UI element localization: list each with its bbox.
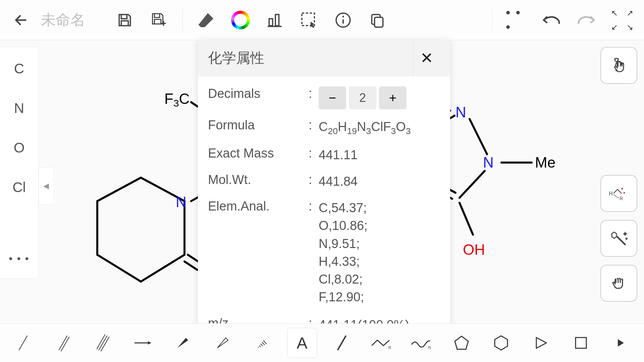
svg-text:✦: ✦ <box>624 236 629 242</box>
select-icon[interactable] <box>298 9 320 31</box>
info-icon[interactable] <box>332 9 354 31</box>
svg-marker-38 <box>217 338 228 348</box>
save-icon[interactable] <box>114 9 136 31</box>
svg-line-42 <box>262 342 265 345</box>
more-icon[interactable]: • • • <box>506 9 527 31</box>
decimals-decrease[interactable]: − <box>319 86 346 109</box>
svg-line-16 <box>470 119 487 154</box>
undo-icon[interactable] <box>541 9 562 31</box>
svg-marker-37 <box>177 338 188 348</box>
svg-point-28 <box>623 192 625 193</box>
arrow-tool[interactable] <box>128 328 158 358</box>
wedge-hollow-tool[interactable] <box>207 328 237 358</box>
svg-rect-8 <box>375 17 383 27</box>
copy-icon[interactable] <box>367 9 388 31</box>
svg-rect-49 <box>576 338 586 348</box>
bottom-toolbar: A n n <box>0 323 644 362</box>
eraser-icon[interactable] <box>196 9 217 31</box>
svg-point-5 <box>342 16 344 17</box>
redo-icon[interactable] <box>576 9 597 31</box>
wedge-solid-tool[interactable] <box>167 328 198 358</box>
color-picker-icon[interactable] <box>230 9 251 31</box>
exactmass-value: 441.11 <box>319 146 358 164</box>
formula-label: Formula <box>208 118 309 137</box>
svg-line-13 <box>184 261 197 270</box>
group-oh: OH <box>463 241 485 258</box>
properties-icon[interactable] <box>264 9 285 31</box>
svg-marker-31 <box>612 232 616 238</box>
toolbar-separator <box>492 8 492 32</box>
molwt-value: 441.84 <box>319 173 358 190</box>
svg-text:n: n <box>388 345 391 350</box>
element-cl[interactable]: Cl <box>12 179 26 195</box>
atom-n3: N <box>483 154 494 171</box>
gesture-tool[interactable] <box>600 47 637 84</box>
decimals-value: 2 <box>349 86 376 109</box>
panel-title: 化学属性 <box>208 49 264 67</box>
svg-line-25 <box>613 189 618 193</box>
svg-rect-1 <box>275 14 279 25</box>
close-icon[interactable]: ✕ <box>413 40 440 76</box>
element-sidebar: C N O Cl • • • <box>0 47 39 279</box>
svg-marker-50 <box>618 339 624 347</box>
bond-thick-tool[interactable] <box>327 328 357 358</box>
fullscreen-icon[interactable]: ↖↗↙↘ <box>610 8 634 32</box>
pan-tool[interactable] <box>600 265 637 302</box>
svg-text:H: H <box>609 191 613 196</box>
svg-marker-10 <box>97 178 184 282</box>
element-more[interactable]: • • • <box>9 252 29 265</box>
atom-n1: N <box>176 194 186 210</box>
pentagon-tool[interactable] <box>446 328 477 358</box>
element-n[interactable]: N <box>14 100 24 116</box>
svg-line-40 <box>259 346 261 347</box>
svg-line-21 <box>460 203 473 235</box>
bond-single-tool[interactable] <box>8 328 38 358</box>
svg-point-23 <box>615 58 618 61</box>
top-toolbar: 未命名 • • • ↖↗↙↘ <box>0 0 644 40</box>
svg-marker-47 <box>495 336 507 350</box>
svg-marker-46 <box>455 336 468 349</box>
decimals-increase[interactable]: + <box>379 86 407 109</box>
decimals-stepper: − 2 + <box>319 86 407 109</box>
fragment-f3c: F3C <box>164 90 190 109</box>
square-tool[interactable] <box>566 328 596 358</box>
toolbar-separator <box>182 8 183 32</box>
exactmass-label: Exact Mass <box>208 146 309 164</box>
element-o[interactable]: O <box>14 140 25 156</box>
svg-rect-0 <box>269 18 272 25</box>
hexagon-tool[interactable] <box>486 328 516 358</box>
bond-double-tool[interactable] <box>48 328 78 358</box>
svg-line-41 <box>261 344 263 346</box>
scroll-right-icon[interactable] <box>606 328 636 358</box>
elemanal-value: C,54.37;O,10.86;N,9.51;H,4.33;Cl,8.02;F,… <box>319 199 368 306</box>
bond-triple-tool[interactable] <box>88 328 118 358</box>
svg-text:n: n <box>428 345 431 350</box>
chain-wavy-tool[interactable]: n <box>407 328 437 358</box>
element-c[interactable]: C <box>14 61 24 77</box>
svg-line-29 <box>613 195 619 198</box>
sidebar-collapse[interactable]: ◀ <box>39 168 54 204</box>
svg-line-43 <box>263 341 267 344</box>
svg-line-26 <box>618 189 622 193</box>
group-me: Me <box>535 154 555 171</box>
svg-marker-48 <box>536 338 546 348</box>
atom-n2: N <box>455 104 466 120</box>
svg-text:R: R <box>620 196 623 201</box>
reaction-template-tool[interactable]: HR <box>600 175 637 212</box>
play-tool[interactable] <box>526 328 556 358</box>
chain-tool[interactable]: n <box>367 328 397 358</box>
magic-tool[interactable]: ✦✦ <box>600 220 637 257</box>
back-icon[interactable] <box>10 9 32 31</box>
save-as-icon[interactable] <box>148 9 170 31</box>
text-tool[interactable]: A <box>287 328 317 358</box>
molwt-label: Mol.Wt. <box>208 173 309 190</box>
decimals-label: Decimals <box>208 86 309 109</box>
svg-point-27 <box>621 188 623 189</box>
elemanal-label: Elem.Anal. <box>208 199 309 306</box>
formula-value: C20H19N3ClF3O3 <box>319 118 411 137</box>
document-title[interactable]: 未命名 <box>41 10 101 30</box>
properties-panel: 化学属性 ✕ Decimals : − 2 + Formula : C20H19… <box>198 40 450 328</box>
wedge-hash-tool[interactable] <box>247 328 277 358</box>
svg-line-18 <box>460 171 485 198</box>
svg-marker-36 <box>148 341 151 345</box>
